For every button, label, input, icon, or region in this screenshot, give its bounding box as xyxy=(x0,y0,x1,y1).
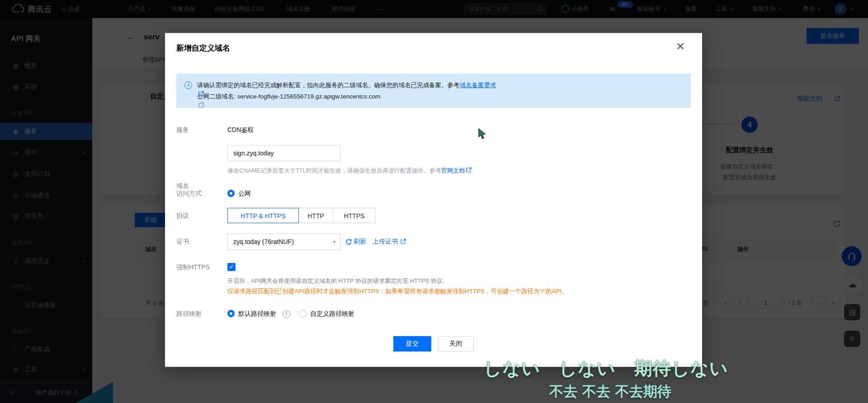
upload-cert-link[interactable]: 上传证书 xyxy=(373,238,398,246)
access-mode-label: 访问方式 xyxy=(176,190,202,198)
chevron-down-icon: ▾ xyxy=(333,234,335,249)
path-default-info-icon[interactable]: i xyxy=(283,310,290,318)
protocol-segmented-control: HTTP & HTTPS HTTP HTTPS xyxy=(227,208,376,223)
official-doc-link[interactable]: 官网文档 xyxy=(441,167,465,174)
certificate-label: 证书 xyxy=(176,238,189,246)
subtitle-line-chinese: 不去 不去 不去期待 xyxy=(520,382,701,401)
certificate-select[interactable]: zyq.today (76ratNUF) ▾ xyxy=(227,234,340,250)
path-custom-radio[interactable] xyxy=(299,310,307,317)
path-mapping-label: 路径映射 xyxy=(176,310,202,318)
service-label: 服务 xyxy=(176,126,189,134)
force-https-checkbox[interactable]: ✓ xyxy=(227,263,236,271)
certificate-value: zyq.today (76ratNUF) xyxy=(233,238,294,245)
path-default-radio[interactable] xyxy=(227,310,235,317)
subdomain-label: 公网二级域名: xyxy=(197,93,237,100)
path-custom-label: 自定义路径映射 xyxy=(310,310,354,318)
banner-text-1: 请确认需绑定的域名已经完成解析配置，指向此服务的二级域名。确保您的域名已完成备案… xyxy=(197,82,460,89)
force-https-desc: 开启后，API网关会将使用该自定义域名的 HTTP 协议的请求重定向至 HTTP… xyxy=(227,277,448,285)
close-icon[interactable]: ✕ xyxy=(676,40,685,53)
submit-button[interactable]: 提交 xyxy=(393,336,431,351)
access-public-label: 公网 xyxy=(238,190,251,198)
dialog-title: 新增自定义域名 xyxy=(176,43,230,53)
protocol-label: 协议 xyxy=(176,212,189,220)
subtitle-line-japanese: しない しない 期待しない xyxy=(470,356,741,381)
force-https-label: 强制HTTPS xyxy=(176,263,210,272)
domain-label: 域名 xyxy=(176,182,189,190)
add-custom-domain-dialog: 新增自定义域名 ✕ i 请确认需绑定的域名已经完成解析配置，指向此服务的二级域名… xyxy=(165,33,702,367)
domain-hint-text: 修改CNAME记录后需大于TTL时间才能生效，请确保生效后再进行配置操作。参考 xyxy=(227,167,441,174)
info-banner: i 请确认需绑定的域名已经完成解析配置，指向此服务的二级域名。确保您的域名已完成… xyxy=(176,74,691,108)
path-default-label: 默认路径映射 xyxy=(238,310,276,318)
info-icon: i xyxy=(184,81,192,89)
external-link-icon xyxy=(465,167,472,173)
close-button[interactable]: 关闭 xyxy=(438,336,474,351)
protocol-option-https[interactable]: HTTPS xyxy=(333,208,376,223)
protocol-option-http-https[interactable]: HTTP & HTTPS xyxy=(227,208,299,223)
copy-icon[interactable] xyxy=(197,102,380,108)
refresh-cert-link[interactable]: 刷新 xyxy=(354,238,366,246)
force-https-warning: 仅请求路径匹配到已创建API路径时才会触发强制HTTPS；如果希望所有请求都触发… xyxy=(227,287,568,295)
subdomain-value: service-fogflvje-1256556719.gz.apigw.ten… xyxy=(237,93,381,100)
access-public-radio[interactable] xyxy=(227,190,235,197)
service-value: CDN鉴权 xyxy=(227,126,254,134)
domain-hint: 修改CNAME记录后需大于TTL时间才能生效，请确保生效后再进行配置操作。参考官… xyxy=(227,167,472,175)
domain-input[interactable] xyxy=(227,145,340,161)
icp-requirement-link[interactable]: 域名备案要求 xyxy=(460,82,496,89)
external-link-icon xyxy=(401,239,406,244)
refresh-cert-icon[interactable] xyxy=(345,238,352,245)
mouse-cursor xyxy=(477,128,487,140)
protocol-option-http[interactable]: HTTP xyxy=(298,208,333,223)
